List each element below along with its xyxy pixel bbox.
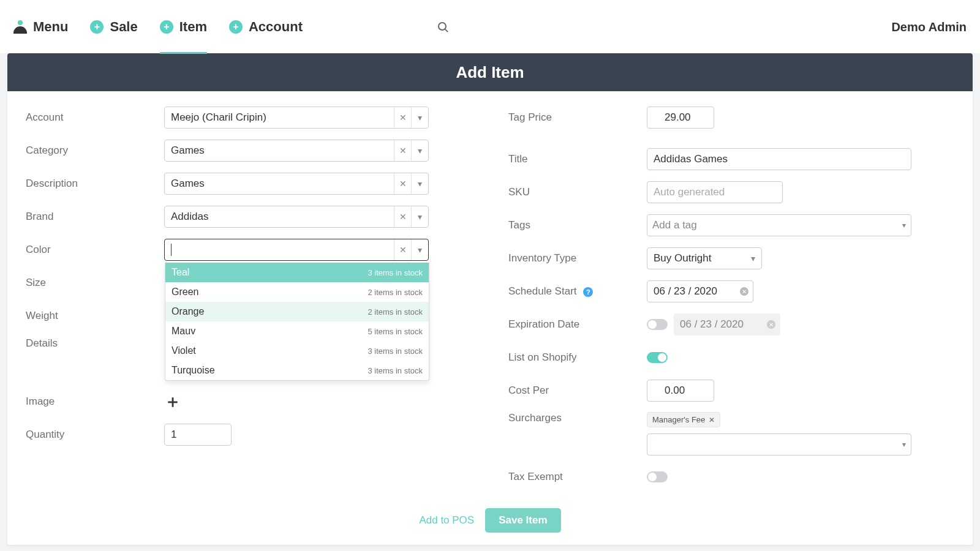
description-select[interactable]: Games ✕ ▾ — [164, 173, 429, 195]
color-option-label: Violet — [172, 345, 196, 356]
title-value: Addidas Games — [654, 153, 728, 165]
color-option-teal[interactable]: Teal 3 items in stock — [165, 263, 429, 282]
chevron-down-icon[interactable]: ▾ — [411, 173, 428, 194]
surcharges-select[interactable]: ▾ — [647, 433, 911, 455]
color-option-green[interactable]: Green 2 items in stock — [165, 282, 429, 302]
clear-date-icon[interactable]: ✕ — [740, 287, 748, 296]
clear-icon[interactable]: ✕ — [394, 173, 411, 194]
nav-menu[interactable]: Menu — [13, 19, 68, 35]
inventory-type-value: Buy Outright — [647, 252, 744, 264]
clear-icon[interactable]: ✕ — [394, 206, 411, 227]
label-details: Details — [26, 337, 164, 350]
tag-price-input[interactable]: 29.00 — [647, 107, 714, 129]
remove-chip-icon[interactable]: ✕ — [709, 416, 715, 424]
schedule-start-value: 06 / 23 / 2020 — [654, 285, 717, 298]
inventory-type-select[interactable]: Buy Outright ▾ — [647, 247, 762, 269]
color-option-violet[interactable]: Violet 3 items in stock — [165, 341, 429, 361]
color-option-label: Turquoise — [172, 365, 215, 376]
add-to-pos-button[interactable]: Add to POS — [419, 514, 474, 527]
clear-icon[interactable]: ✕ — [394, 107, 411, 128]
tag-price-value: 29.00 — [665, 111, 691, 124]
brand-select[interactable]: Addidas ✕ ▾ — [164, 206, 429, 228]
save-item-button[interactable]: Save Item — [485, 508, 560, 533]
menu-icon — [13, 20, 27, 34]
expiration-date-value: 06 / 23 / 2020 — [680, 318, 744, 331]
label-sku: SKU — [508, 186, 647, 198]
color-option-label: Mauv — [172, 326, 195, 337]
plus-icon: + — [160, 20, 173, 34]
account-select[interactable]: Meejo (Charil Cripin) ✕ ▾ — [164, 107, 429, 129]
label-size: Size — [26, 277, 164, 289]
plus-icon: + — [90, 20, 104, 34]
label-quantity: Quantity — [26, 429, 164, 441]
label-tags: Tags — [508, 219, 647, 231]
label-account: Account — [26, 111, 164, 124]
search-icon[interactable] — [438, 22, 448, 32]
shopify-toggle[interactable] — [647, 352, 668, 363]
add-image-button[interactable]: ＋ — [164, 390, 179, 413]
color-option-label: Green — [172, 287, 198, 298]
stock-label: 3 items in stock — [368, 347, 423, 356]
help-icon[interactable]: ? — [583, 287, 593, 297]
sku-input[interactable]: Auto generated — [647, 181, 783, 203]
description-value: Games — [165, 178, 394, 190]
surcharge-chip-label: Manager's Fee — [652, 415, 705, 424]
nav-group: Menu + Sale + Item + Account — [13, 19, 303, 35]
clear-icon[interactable]: ✕ — [394, 140, 411, 161]
color-option-label: Teal — [172, 267, 189, 278]
label-title: Title — [508, 153, 647, 165]
category-select[interactable]: Games ✕ ▾ — [164, 140, 429, 162]
surcharge-chip: Manager's Fee ✕ — [647, 412, 720, 427]
nav-account-label: Account — [249, 19, 303, 35]
chevron-down-icon[interactable]: ▾ — [411, 107, 428, 128]
color-option-orange[interactable]: Orange 2 items in stock — [165, 302, 429, 321]
label-list-on-shopify: List on Shopify — [508, 351, 647, 364]
tax-exempt-toggle[interactable] — [647, 471, 668, 482]
quantity-value: 1 — [171, 429, 176, 441]
label-image: Image — [26, 395, 164, 408]
title-input[interactable]: Addidas Games — [647, 148, 911, 170]
sku-placeholder: Auto generated — [654, 186, 725, 198]
right-column: Tag Price $ 29.00 Title Addidas Games — [490, 91, 973, 504]
schedule-start-input[interactable]: 06 / 23 / 2020 — [647, 280, 753, 302]
nav-account[interactable]: + Account — [229, 19, 303, 35]
nav-item[interactable]: + Item — [160, 19, 207, 54]
clear-icon[interactable]: ✕ — [394, 239, 411, 260]
quantity-input[interactable]: 1 — [164, 424, 232, 446]
label-expiration-date: Expiration Date — [508, 318, 647, 331]
account-value: Meejo (Charil Cripin) — [165, 111, 394, 124]
label-category: Category — [26, 144, 164, 157]
chevron-down-icon[interactable]: ▾ — [411, 140, 428, 161]
nav-item-label: Item — [179, 19, 207, 35]
expiration-toggle[interactable] — [647, 319, 668, 330]
top-nav: Menu + Sale + Item + Account Demo Admin — [0, 0, 980, 53]
user-name[interactable]: Demo Admin — [891, 20, 967, 34]
label-weight: Weight — [26, 310, 164, 322]
chevron-down-icon[interactable]: ▾ — [411, 206, 428, 227]
schedule-start-text: Schedule Start — [508, 285, 577, 297]
tags-select[interactable]: Add a tag ▾ — [647, 214, 911, 236]
page-title: Add Item — [7, 53, 973, 91]
color-option-turquoise[interactable]: Turquoise 3 items in stock — [165, 361, 429, 380]
chevron-down-icon[interactable]: ▾ — [902, 221, 906, 230]
chevron-down-icon[interactable]: ▾ — [744, 248, 761, 269]
stock-label: 2 items in stock — [368, 288, 423, 297]
nav-sale[interactable]: + Sale — [90, 19, 137, 35]
label-color: Color — [26, 244, 164, 256]
category-value: Games — [165, 144, 394, 157]
text-cursor — [171, 244, 172, 256]
label-inventory-type: Inventory Type — [508, 252, 647, 264]
expiration-date-input: 06 / 23 / 2020 — [674, 313, 780, 335]
label-cost-per: Cost Per — [508, 384, 647, 397]
color-option-mauv[interactable]: Mauv 5 items in stock — [165, 321, 429, 341]
form-card: Account Meejo (Charil Cripin) ✕ ▾ Catego… — [7, 91, 973, 545]
stock-label: 5 items in stock — [368, 327, 423, 336]
brand-value: Addidas — [165, 211, 394, 223]
chevron-down-icon[interactable]: ▾ — [411, 239, 428, 260]
color-select[interactable]: ✕ ▾ Teal 3 items in stock Green 2 items … — [164, 239, 429, 261]
cost-per-input[interactable]: 0.00 — [647, 380, 714, 402]
stock-label: 2 items in stock — [368, 307, 423, 317]
color-option-label: Orange — [172, 306, 204, 317]
label-surcharges: Surcharges — [508, 412, 647, 424]
chevron-down-icon[interactable]: ▾ — [902, 440, 906, 449]
